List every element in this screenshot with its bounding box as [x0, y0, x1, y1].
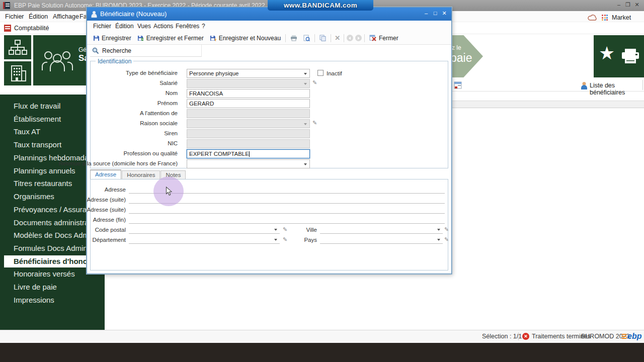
toolbar-separator [331, 34, 331, 42]
search-label: Recherche [102, 47, 131, 54]
menu-fichier[interactable]: Fichier [5, 13, 24, 20]
sidebar-item-livre-de-paie[interactable]: Livre de paie [0, 281, 105, 293]
chevron-down-icon[interactable] [437, 239, 440, 241]
inactif-checkbox[interactable] [317, 70, 324, 76]
chevron-down-icon[interactable] [274, 239, 277, 241]
next-record-icon[interactable] [355, 35, 362, 41]
tab-adresse[interactable]: Adresse [90, 169, 121, 179]
chevron-down-icon[interactable] [437, 229, 440, 231]
salarie-row: Salarié ✎ [87, 79, 445, 88]
adresse-suite2-input[interactable] [129, 206, 445, 214]
restore-icon[interactable]: ❐ [624, 2, 632, 8]
statusbar: Sélection : 1/1 ✕ Traitements terminés B… [0, 330, 644, 343]
pays-select[interactable] [320, 236, 443, 244]
identification-legend: Identification [96, 58, 133, 65]
print-button[interactable] [287, 33, 300, 44]
people-icon [40, 49, 75, 72]
pencil-icon: ✎ [312, 120, 317, 126]
maximize-icon[interactable]: □ [431, 10, 439, 16]
paie-tile-line2: paie [450, 51, 472, 65]
close-icon[interactable]: ✕ [633, 2, 641, 8]
printer-icon [621, 48, 640, 64]
minimize-icon[interactable]: – [422, 10, 430, 16]
minimize-icon[interactable]: – [615, 2, 623, 8]
menu-affichage[interactable]: Affichage [53, 13, 79, 20]
nom-input[interactable]: FRANCOISA [187, 89, 310, 98]
ville-label: Ville [306, 227, 317, 233]
comptabilite-icon [4, 25, 11, 32]
menu-fenetres[interactable]: Fenêtres [176, 23, 199, 30]
ville-select[interactable] [320, 226, 443, 234]
code-postal-select[interactable] [129, 226, 280, 234]
departement-select[interactable] [129, 236, 280, 244]
pencil-icon: ✎ [283, 236, 287, 243]
copy-button[interactable] [316, 33, 329, 44]
adresse-fin-input[interactable] [129, 216, 445, 224]
siren-row: Siren [87, 129, 445, 138]
org-chart-tile[interactable] [4, 35, 31, 59]
siren-input [187, 129, 310, 138]
market-place-icon[interactable] [602, 15, 608, 21]
close-icon[interactable]: ✕ [440, 10, 448, 17]
building-tile[interactable] [4, 61, 31, 85]
menu-edition[interactable]: Édition [29, 13, 48, 20]
pencil-icon: ✎ [444, 236, 449, 243]
chevron-down-icon[interactable] [274, 229, 277, 231]
tab-honoraires[interactable]: Honoraires [122, 170, 160, 179]
attention-input [187, 109, 310, 118]
cloud-icon[interactable] [588, 15, 598, 21]
toolbar-separator [285, 34, 286, 42]
liste-beneficiaires-button[interactable]: Liste des bénéficiaires [590, 82, 644, 96]
search-icon [92, 47, 99, 54]
building-icon [4, 61, 31, 85]
beneficiaire-dialog: Bénéficiaire (Nouveau) – □ ✕ Fichier Édi… [87, 7, 452, 274]
ebp-logo-bars [622, 333, 626, 340]
taskbar: Recherche 11:32 01/02/2023 [0, 343, 644, 362]
grid-icon[interactable] [454, 81, 462, 89]
nic-label: NIC [168, 140, 178, 146]
person-icon [91, 11, 98, 18]
print-icon [290, 35, 297, 41]
retenue-select[interactable] [187, 159, 310, 168]
menu-actions[interactable]: Actions [153, 23, 173, 30]
favorites-print-tile[interactable]: ★ [594, 35, 644, 77]
save-and-close-button[interactable]: Enregistrer et Fermer [134, 33, 207, 44]
menu-aide[interactable]: ? [202, 23, 205, 30]
people-tile-line1: Gé [78, 46, 87, 53]
dialog-title: Bénéficiaire (Nouveau) [100, 10, 167, 18]
nom-label: Nom [166, 90, 178, 96]
save-button[interactable]: Enregistrer [90, 33, 134, 44]
close-form-button[interactable]: Fermer [366, 33, 401, 44]
save-and-new-button[interactable]: Enregistrer et Nouveau [207, 33, 284, 44]
chevron-down-icon[interactable] [304, 73, 307, 75]
type-beneficiaire-row: Type de bénéficiaire Personne physique I… [87, 69, 445, 78]
search-band[interactable]: Recherche [90, 45, 202, 57]
nic-input [187, 139, 310, 148]
previous-record-icon[interactable] [347, 35, 353, 41]
menu-vues[interactable]: Vues [137, 23, 151, 30]
menu-fichier[interactable]: Fichier [93, 23, 111, 30]
save-new-icon [210, 35, 217, 41]
nom-row: Nom FRANCOISA [87, 89, 445, 98]
salaries-tile[interactable]: Gé Sa [33, 35, 87, 85]
type-beneficiaire-select[interactable]: Personne physique [187, 69, 310, 78]
paie-tile-line1: z le [452, 44, 461, 51]
sidebar-item-impressions[interactable]: Impressions [0, 294, 105, 306]
prenom-input[interactable]: GERARD [187, 99, 310, 108]
profession-input[interactable]: EXPERT COMPTABLE [187, 149, 310, 158]
type-beneficiaire-label: Type de bénéficiaire [126, 70, 178, 76]
chevron-down-icon[interactable] [304, 163, 307, 165]
menu-edition[interactable]: Édition [115, 23, 134, 30]
toolbar-separator [642, 80, 643, 90]
adresse-label: Adresse [105, 187, 126, 193]
code-postal-ville-row: Code postal ✎ Ville ✎ [91, 226, 449, 234]
print-preview-button[interactable] [300, 33, 313, 44]
departement-label: Département [93, 237, 126, 243]
dialog-menubar: Fichier Édition Vues Actions Fenêtres ? [87, 21, 451, 32]
copy-icon [319, 35, 326, 41]
inactif-label: Inactif [327, 70, 342, 76]
delete-button[interactable]: ✕ [333, 34, 342, 42]
toolbar-separator [314, 34, 315, 42]
address-panel: Adresse Adresse (suite) Adresse (suite) … [90, 179, 448, 270]
comptabilite-label[interactable]: Comptabilité [14, 25, 49, 32]
